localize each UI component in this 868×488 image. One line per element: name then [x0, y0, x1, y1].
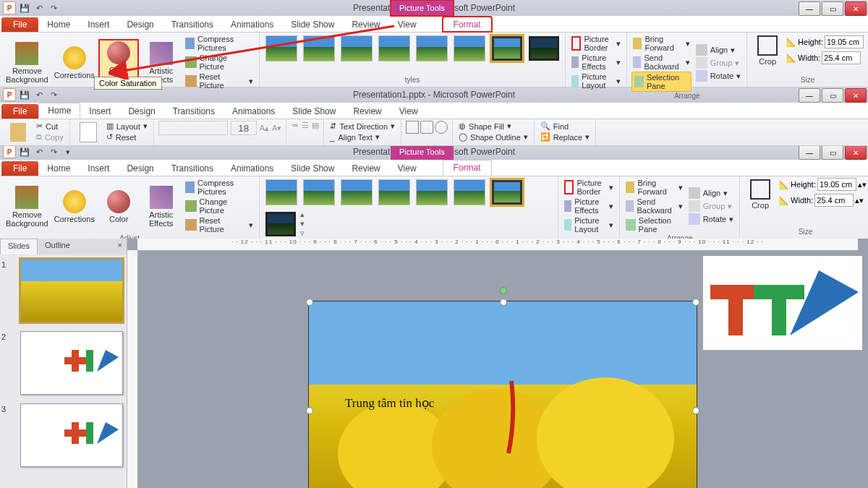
width-field[interactable]: 📐 Width:▴▾ — [779, 194, 867, 207]
save-icon[interactable]: 💾 — [19, 2, 30, 14]
file-tab[interactable]: File — [1, 104, 38, 119]
send-backward-button[interactable]: Send Backward ▾ — [631, 53, 691, 72]
color-button[interactable]: Color — [99, 189, 138, 223]
tab-review[interactable]: Review — [343, 161, 388, 176]
save-icon[interactable]: 💾 — [19, 146, 30, 158]
text-box[interactable]: Trung tâm tin học — [345, 395, 434, 411]
tab-home[interactable]: Home — [38, 103, 80, 119]
style-preset[interactable] — [491, 35, 523, 61]
change-picture-button[interactable]: Change Picture — [184, 53, 255, 72]
maximize-button[interactable]: ▭ — [822, 145, 843, 160]
picture-effects-button[interactable]: Picture Effects ▾ — [563, 197, 615, 215]
slide-thumb-2[interactable] — [20, 331, 123, 395]
style-preset[interactable] — [341, 179, 373, 205]
tab-design[interactable]: Design — [118, 17, 162, 32]
tab-review[interactable]: Review — [344, 104, 390, 119]
file-tab[interactable]: File — [1, 161, 38, 176]
align-button[interactable]: Align ▾ — [694, 43, 742, 56]
maximize-button[interactable]: ▭ — [822, 88, 843, 103]
tab-animations[interactable]: Animations — [222, 17, 282, 32]
gallery-up-icon[interactable]: ▴ — [300, 210, 305, 219]
resize-handle[interactable] — [692, 299, 699, 306]
resize-handle[interactable] — [692, 407, 699, 414]
compress-pictures-button[interactable]: Compress Pictures — [184, 178, 255, 197]
style-preset[interactable] — [378, 35, 410, 61]
tab-home[interactable]: Home — [38, 161, 79, 176]
remove-background-button[interactable]: Remove Background — [4, 40, 50, 84]
thumbs-tab-outline[interactable]: Outline — [38, 239, 77, 254]
bring-forward-button[interactable]: Bring Forward ▾ — [624, 178, 684, 197]
picture-effects-button[interactable]: Picture Effects ▾ — [570, 53, 622, 72]
gallery-down-icon[interactable]: ▾ — [300, 219, 305, 228]
send-backward-button[interactable]: Send Backward ▾ — [624, 197, 684, 215]
rotate-button[interactable]: Rotate ▾ — [694, 69, 742, 82]
rotate-button[interactable]: Rotate ▾ — [687, 213, 735, 226]
tab-insert[interactable]: Insert — [80, 104, 119, 119]
tab-slideshow[interactable]: Slide Show — [282, 17, 343, 32]
picture-border-button[interactable]: Picture Border ▾ — [570, 34, 622, 53]
tab-animations[interactable]: Animations — [222, 161, 282, 176]
shape-icon[interactable] — [406, 121, 419, 134]
height-field[interactable]: 📐 Height: — [786, 35, 864, 48]
reset-button[interactable]: ↺ Reset — [105, 132, 149, 142]
undo-icon[interactable]: ↶ — [33, 2, 45, 14]
picture-layout-button[interactable]: Picture Layout ▾ — [563, 215, 615, 234]
minimize-button[interactable]: — — [799, 1, 820, 16]
shape-icon[interactable] — [420, 121, 433, 134]
qat-dropdown-icon[interactable]: ▾ — [62, 146, 74, 158]
tab-transitions[interactable]: Transitions — [163, 17, 222, 32]
artistic-effects-button[interactable]: Artistic Effects — [141, 184, 180, 228]
new-slide-button[interactable] — [75, 121, 102, 142]
rotate-handle[interactable] — [500, 287, 507, 294]
replace-button[interactable]: 🔁 Replace ▾ — [539, 132, 591, 142]
tab-transitions[interactable]: Transitions — [164, 104, 224, 119]
style-preset[interactable] — [454, 179, 485, 205]
tab-transitions[interactable]: Transitions — [163, 161, 222, 176]
tab-insert[interactable]: Insert — [79, 17, 118, 32]
layout-button[interactable]: ▥ Layout ▾ — [105, 121, 149, 132]
reset-picture-button[interactable]: Reset Picture ▾ — [184, 72, 255, 90]
style-preset[interactable] — [265, 212, 296, 236]
style-preset[interactable] — [341, 35, 373, 61]
style-preset[interactable] — [303, 179, 335, 205]
style-preset-selected[interactable] — [491, 179, 523, 205]
thumbs-close-icon[interactable]: × — [114, 239, 127, 254]
change-picture-button[interactable]: Change Picture — [184, 197, 255, 215]
style-preset[interactable] — [378, 179, 410, 205]
tab-insert[interactable]: Insert — [79, 161, 118, 176]
file-tab[interactable]: File — [1, 17, 38, 32]
style-preset[interactable] — [454, 35, 485, 61]
tab-slideshow[interactable]: Slide Show — [282, 161, 343, 176]
resize-handle[interactable] — [500, 299, 507, 306]
close-button[interactable]: ✕ — [845, 1, 867, 16]
minimize-button[interactable]: — — [799, 145, 820, 160]
close-button[interactable]: ✕ — [845, 145, 867, 160]
selection-pane-button[interactable]: Selection Pane — [624, 215, 684, 234]
maximize-button[interactable]: ▭ — [822, 1, 843, 16]
selected-picture[interactable]: Trung tâm tin học — [308, 301, 697, 488]
selection-pane-button[interactable]: Selection Pane — [631, 72, 691, 92]
save-icon[interactable]: 💾 — [19, 89, 30, 100]
corrections-button[interactable]: Corrections — [53, 45, 96, 80]
crop-button[interactable]: Crop — [744, 178, 776, 210]
tab-slideshow[interactable]: Slide Show — [284, 104, 344, 119]
picture-border-button[interactable]: Picture Border ▾ — [563, 178, 615, 197]
style-preset[interactable] — [303, 35, 335, 61]
paste-button[interactable] — [4, 121, 32, 142]
resize-handle[interactable] — [306, 299, 313, 306]
tab-home[interactable]: Home — [38, 17, 79, 32]
undo-icon[interactable]: ↶ — [33, 89, 45, 100]
compress-pictures-button[interactable]: Compress Pictures — [184, 34, 255, 53]
tab-animations[interactable]: Animations — [224, 104, 284, 119]
cut-button[interactable]: ✂ Cut — [35, 121, 65, 132]
tab-view[interactable]: View — [391, 104, 427, 119]
style-preset[interactable] — [265, 179, 297, 205]
crop-button[interactable]: Crop — [752, 34, 783, 66]
style-preset[interactable] — [416, 179, 448, 205]
slide-thumb-3[interactable] — [20, 403, 123, 467]
bring-forward-button[interactable]: Bring Forward ▾ — [631, 34, 691, 53]
tab-review[interactable]: Review — [343, 17, 388, 32]
tab-format[interactable]: Format — [443, 17, 492, 32]
thumbs-tab-slides[interactable]: Slides — [0, 239, 38, 254]
tab-format[interactable]: Format — [443, 160, 492, 176]
